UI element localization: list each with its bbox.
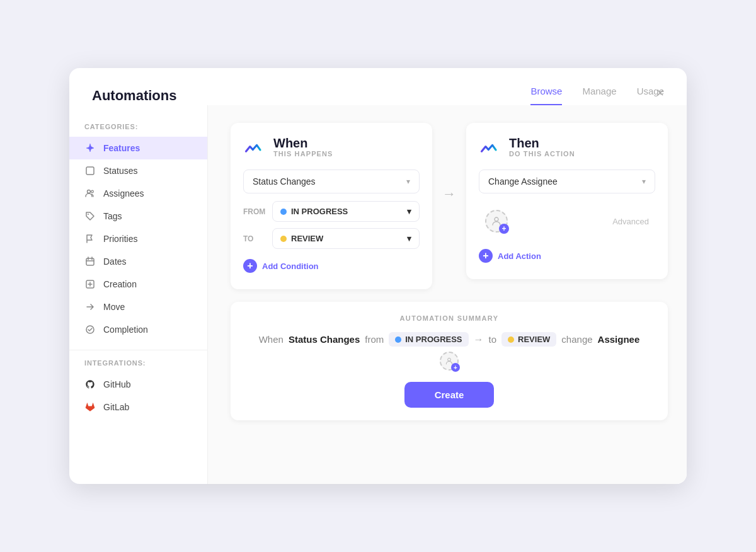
summary-avatar: + xyxy=(440,352,459,371)
add-action-button[interactable]: + Add Action xyxy=(479,245,541,267)
svg-point-3 xyxy=(88,214,89,215)
trigger-chevron: ▾ xyxy=(406,177,410,186)
summary-from-value: IN PROGRESS xyxy=(405,335,462,344)
from-status-dropdown[interactable]: IN PROGRESS ▾ xyxy=(272,201,420,222)
categories-label: CATEGORIES: xyxy=(69,123,207,137)
sidebar: CATEGORIES: Features Statuses xyxy=(69,105,208,484)
action-chevron: ▾ xyxy=(642,177,646,186)
check-circle-icon xyxy=(84,324,96,335)
add-badge-icon: + xyxy=(499,224,509,234)
advanced-link[interactable]: Advanced xyxy=(612,217,649,226)
clickup-logo-when xyxy=(243,135,266,158)
summary-row: When Status Changes from IN PROGRESS → t… xyxy=(248,332,650,371)
sidebar-item-gitlab[interactable]: GitLab xyxy=(69,396,207,418)
assignee-placeholder: + Advanced xyxy=(479,201,655,241)
gitlab-icon xyxy=(84,401,96,413)
summary-section-label: AUTOMATION SUMMARY xyxy=(248,314,650,322)
sidebar-item-statuses[interactable]: Statuses xyxy=(69,159,207,182)
from-chevron: ▾ xyxy=(407,207,411,216)
sidebar-item-assignees-label: Assignees xyxy=(103,188,144,198)
summary-status-changes: Status Changes xyxy=(289,334,360,345)
summary-arrow-icon: → xyxy=(474,334,484,345)
summary-section: AUTOMATION SUMMARY When Status Changes f… xyxy=(231,302,668,420)
to-status-dropdown[interactable]: REVIEW ▾ xyxy=(272,228,420,249)
sidebar-item-github-label: GitHub xyxy=(103,379,131,389)
summary-when-word: When xyxy=(259,334,284,345)
summary-change-word: change xyxy=(561,334,592,345)
summary-to-word: to xyxy=(489,334,497,345)
sidebar-divider xyxy=(69,350,207,350)
sidebar-item-statuses-label: Statuses xyxy=(103,166,137,176)
sidebar-item-tags-label: Tags xyxy=(103,211,122,221)
sidebar-item-creation[interactable]: Creation xyxy=(69,273,207,296)
summary-to-dot xyxy=(508,336,514,343)
calendar-icon xyxy=(84,256,96,267)
close-button[interactable]: × xyxy=(656,86,664,100)
tab-manage[interactable]: Manage xyxy=(582,86,616,105)
sidebar-item-priorities-label: Priorities xyxy=(103,234,137,244)
summary-assignee: Assignee xyxy=(598,334,640,345)
trigger-dropdown[interactable]: Status Changes ▾ xyxy=(243,170,420,193)
svg-point-7 xyxy=(495,217,498,221)
when-card-header: When THIS HAPPENS xyxy=(243,135,420,158)
sidebar-item-move[interactable]: Move xyxy=(69,296,207,318)
add-condition-button[interactable]: + Add Condition xyxy=(243,255,319,277)
to-status-value: REVIEW xyxy=(291,234,323,243)
sidebar-item-priorities[interactable]: Priorities xyxy=(69,227,207,250)
from-label: FROM xyxy=(243,207,266,216)
automation-builder: When THIS HAPPENS Status Changes ▾ FROM xyxy=(231,123,668,289)
then-title-group: Then DO THIS ACTION xyxy=(509,136,575,158)
automations-modal: Automations Browse Manage Usage × CATEGO… xyxy=(69,68,687,484)
then-card-header: Then DO THIS ACTION xyxy=(479,135,655,158)
integrations-label: INTEGRATIONS: xyxy=(69,359,207,373)
avatar-add[interactable]: + xyxy=(485,210,508,233)
tag-icon xyxy=(84,210,96,222)
from-status-dot xyxy=(280,209,287,215)
tab-browse[interactable]: Browse xyxy=(530,86,562,105)
add-action-plus-icon: + xyxy=(479,249,493,263)
modal-body: CATEGORIES: Features Statuses xyxy=(69,105,687,484)
arrow-icon xyxy=(84,301,96,313)
plus-square-icon xyxy=(84,279,96,290)
tabs-nav: Browse Manage Usage xyxy=(530,86,664,105)
sidebar-item-move-label: Move xyxy=(103,302,125,312)
main-content: When THIS HAPPENS Status Changes ▾ FROM xyxy=(208,105,687,484)
to-label: TO xyxy=(243,234,266,243)
people-icon xyxy=(84,188,96,199)
modal-title: Automations xyxy=(92,88,176,104)
sidebar-item-creation-label: Creation xyxy=(103,279,137,289)
sidebar-item-gitlab-label: GitLab xyxy=(103,402,129,412)
svg-rect-4 xyxy=(86,258,94,265)
sidebar-item-completion-label: Completion xyxy=(103,325,148,335)
add-condition-label: Add Condition xyxy=(262,262,319,271)
summary-to-badge: REVIEW xyxy=(501,332,556,347)
to-condition-row: TO REVIEW ▾ xyxy=(243,228,420,249)
sidebar-item-tags[interactable]: Tags xyxy=(69,205,207,227)
github-icon xyxy=(84,379,96,390)
svg-point-1 xyxy=(88,190,91,193)
arrow-connector: → xyxy=(442,186,456,202)
sidebar-item-dates[interactable]: Dates xyxy=(69,250,207,273)
from-condition-row: FROM IN PROGRESS ▾ xyxy=(243,201,420,222)
sidebar-item-github[interactable]: GitHub xyxy=(69,373,207,396)
sparkle-icon xyxy=(84,142,96,154)
create-button[interactable]: Create xyxy=(404,382,495,408)
svg-rect-0 xyxy=(86,167,94,175)
modal-header: Automations Browse Manage Usage × xyxy=(69,68,687,105)
when-title-group: When THIS HAPPENS xyxy=(273,136,333,158)
to-chevron: ▾ xyxy=(407,234,411,243)
summary-add-badge-icon: + xyxy=(451,363,460,372)
flag-icon xyxy=(84,233,96,244)
sidebar-item-dates-label: Dates xyxy=(103,256,127,267)
action-dropdown[interactable]: Change Assignee ▾ xyxy=(479,170,655,193)
square-icon xyxy=(84,165,96,176)
sidebar-item-assignees[interactable]: Assignees xyxy=(69,182,207,205)
sidebar-item-features[interactable]: Features xyxy=(69,137,207,159)
to-status-dot xyxy=(280,236,287,242)
clickup-logo-then xyxy=(479,135,501,158)
trigger-value: Status Changes xyxy=(253,176,316,187)
svg-point-8 xyxy=(448,358,451,361)
from-status-value: IN PROGRESS xyxy=(291,207,348,216)
sidebar-item-completion[interactable]: Completion xyxy=(69,318,207,341)
summary-to-value: REVIEW xyxy=(518,335,550,344)
